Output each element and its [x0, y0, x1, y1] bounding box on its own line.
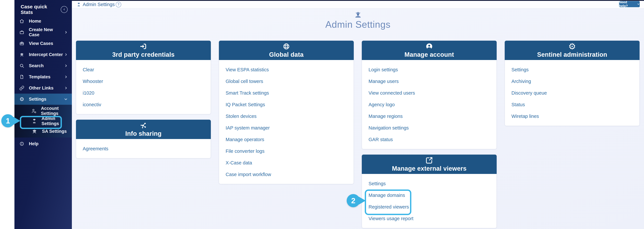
chevron-down-icon	[64, 97, 68, 101]
card-link[interactable]: Clear	[83, 64, 204, 76]
sidebar-item-label: Account Settings	[41, 106, 72, 116]
card-sentinel-administration: ⚙ Sentinel administration Settings Archi…	[505, 41, 640, 126]
sidebar-item-view-cases[interactable]: View Cases	[14, 38, 72, 49]
need-help-label: Need help?	[619, 0, 636, 8]
card-link[interactable]: Registered viewers	[368, 201, 490, 213]
external-link-icon	[426, 156, 433, 164]
briefcase-icon	[18, 30, 25, 35]
need-help-button[interactable]: Need help?	[619, 1, 640, 7]
sidebar-item-label: Templates	[29, 74, 50, 79]
card-link[interactable]: Agreements	[83, 143, 204, 155]
card-link[interactable]: Manage domains	[368, 190, 490, 201]
user-cap-icon	[31, 118, 38, 124]
card-link[interactable]: Viewers usage report	[368, 213, 490, 225]
card-body: Settings Archiving Discovery queue Statu…	[505, 60, 640, 126]
user-circle-icon	[426, 42, 433, 50]
card-column-3: Manage account Login settings Manage use…	[362, 41, 497, 229]
sidebar-header: Case quick Stats ‹	[14, 0, 72, 15]
sidebar-item-templates[interactable]: Templates	[14, 71, 72, 82]
briefcase-open-icon	[18, 41, 25, 46]
sidebar-item-label: Search	[29, 63, 44, 68]
card-title: Manage account	[404, 51, 454, 58]
card-link[interactable]: GAR status	[368, 134, 490, 145]
sidebar-item-label: SA Settings	[42, 129, 67, 134]
card-3rd-party-credentials: 3rd party credentials Clear Whooster i10…	[76, 41, 211, 114]
annotation-pointer	[13, 117, 20, 125]
card-link[interactable]: Whooster	[83, 76, 204, 87]
sidebar-footer: Help	[14, 138, 72, 149]
annotation-step-2: 2	[347, 194, 360, 207]
card-link[interactable]: Settings	[512, 64, 633, 76]
card-link[interactable]: Case import workflow	[226, 169, 347, 180]
page-header: Admin Settings	[72, 9, 644, 30]
sidebar-item-admin-settings[interactable]: Admin Settings	[14, 116, 72, 126]
card-info-sharing: Info sharing Agreements	[76, 120, 211, 158]
card-link[interactable]: Navigation settings	[368, 122, 490, 134]
sidebar-item-create-new-case[interactable]: Create New Case	[14, 27, 72, 38]
card-link[interactable]: i1020	[83, 87, 204, 99]
page-title: Admin Settings	[325, 19, 390, 30]
card-link[interactable]: X-Case data	[226, 157, 347, 169]
sidebar-collapse-icon[interactable]: ‹	[61, 6, 68, 13]
card-title: Manage external viewers	[392, 165, 467, 172]
home-icon	[18, 19, 25, 24]
card-link[interactable]: Agency logo	[368, 99, 490, 110]
card-header: Global data	[219, 41, 354, 60]
breadcrumb[interactable]: Admin Settings	[76, 2, 115, 7]
sidebar-item-label: Home	[29, 19, 41, 24]
topbar: Admin Settings ?	[72, 1, 644, 8]
sidebar: Case quick Stats ‹ Home Create New Case	[14, 0, 72, 229]
card-body: Settings Manage domains Registered viewe…	[362, 174, 497, 228]
sidebar-item-label: Intercept Center	[29, 52, 63, 57]
card-body: Clear Whooster i1020 iconectiv	[76, 60, 211, 114]
card-link[interactable]: Manage regions	[368, 110, 490, 122]
card-link[interactable]: Global cell towers	[226, 76, 347, 87]
sidebar-item-sa-settings[interactable]: SA Settings	[14, 126, 72, 136]
sidebar-menu: Home Create New Case View Cases	[14, 15, 72, 105]
svg-text:⚙: ⚙	[34, 111, 36, 114]
settings-submenu: ⚙ Account Settings Admin Settings SA Set…	[14, 105, 72, 138]
sidebar-item-help[interactable]: Help	[14, 138, 72, 149]
gear-icon: ⚙	[18, 97, 25, 102]
sidebar-item-intercept-center[interactable]: Intercept Center	[14, 49, 72, 60]
gear-icon: ⚙	[568, 42, 576, 50]
card-link[interactable]: Stolen devices	[226, 110, 347, 122]
sidebar-item-account-settings[interactable]: ⚙ Account Settings	[14, 106, 72, 116]
sidebar-item-other-links[interactable]: Other Links	[14, 82, 72, 94]
sidebar-item-home[interactable]: Home	[14, 15, 72, 27]
chevron-right-icon	[64, 64, 68, 67]
card-column-1: 3rd party credentials Clear Whooster i10…	[76, 41, 211, 164]
card-link[interactable]: IAP system manager	[226, 122, 347, 134]
card-link[interactable]: Login settings	[368, 64, 490, 76]
spy-icon	[18, 52, 25, 57]
card-link[interactable]: Manage operators	[226, 134, 347, 145]
sidebar-item-settings[interactable]: ⚙ Settings	[14, 94, 72, 105]
annotation-step-1: 1	[1, 114, 14, 127]
card-link[interactable]: IQ Packet Settings	[226, 99, 347, 110]
card-manage-external-viewers: Manage external viewers Settings Manage …	[362, 155, 497, 228]
card-body: View ESPA statistics Global cell towers …	[219, 60, 354, 184]
chevron-right-icon	[64, 75, 68, 78]
card-link[interactable]: Wiretap lines	[512, 110, 633, 122]
info-icon	[18, 141, 25, 146]
sidebar-item-label: Create New Case	[29, 27, 64, 37]
card-link[interactable]: Discovery queue	[512, 87, 633, 99]
sidebar-item-search[interactable]: Search	[14, 60, 72, 71]
annotation-number: 1	[6, 116, 10, 125]
help-question-icon[interactable]: ?	[116, 2, 121, 7]
card-link[interactable]: Settings	[368, 178, 490, 190]
card-link[interactable]: File converter logs	[226, 145, 347, 157]
chain-link-icon	[18, 86, 25, 90]
card-link[interactable]: iconectiv	[83, 99, 204, 110]
card-link[interactable]: Status	[512, 99, 633, 110]
card-link[interactable]: Archiving	[512, 76, 633, 87]
card-link[interactable]: View ESPA statistics	[226, 64, 347, 76]
card-link[interactable]: Manage users	[368, 76, 490, 87]
card-header: Info sharing	[76, 120, 211, 139]
card-header: Manage account	[362, 41, 497, 60]
card-link[interactable]: View connected users	[368, 87, 490, 99]
sidebar-item-label: Help	[29, 141, 38, 146]
card-column-4: ⚙ Sentinel administration Settings Archi…	[505, 41, 640, 131]
card-link[interactable]: Smart Track settings	[226, 87, 347, 99]
chevron-right-icon	[64, 31, 68, 34]
